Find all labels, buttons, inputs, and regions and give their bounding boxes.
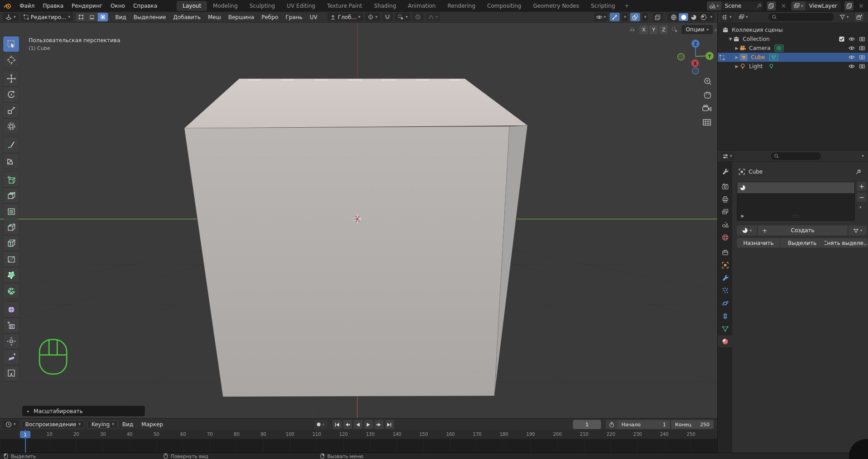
mode-dropdown[interactable]: Редактиро... ▾ xyxy=(20,13,73,21)
prev-keyframe-button[interactable] xyxy=(343,420,352,429)
snap-toggle[interactable] xyxy=(382,13,393,21)
workspace-tab[interactable]: Shading xyxy=(368,1,402,11)
light-data-badge[interactable] xyxy=(767,63,776,70)
slot-specials-dropdown[interactable]: ▾ xyxy=(859,205,862,210)
tool-bevel[interactable] xyxy=(3,220,19,235)
tool-measure[interactable] xyxy=(3,153,19,169)
sidebar-collapse-icon[interactable]: ‹ xyxy=(715,26,717,33)
tool-smooth[interactable] xyxy=(3,302,19,317)
camera-render-icon[interactable] xyxy=(859,54,865,60)
remove-slot-button[interactable]: − xyxy=(857,193,867,202)
tab-object-data[interactable] xyxy=(718,323,732,334)
xray-toggle[interactable] xyxy=(653,13,663,21)
mirror-icon[interactable] xyxy=(627,25,637,34)
properties-search-input[interactable] xyxy=(771,152,821,160)
solid-shading-button[interactable] xyxy=(679,13,688,21)
scene-selector[interactable]: ▾ Scene xyxy=(707,1,763,10)
timeline-editor-type-button[interactable]: ▾ xyxy=(3,420,19,429)
new-viewlayer-button[interactable] xyxy=(844,1,853,10)
blender-logo-icon[interactable] xyxy=(4,2,12,10)
material-slot-list[interactable]: ▶ :::: xyxy=(737,182,855,221)
viewlayer-selector[interactable]: ▾ ViewLayer xyxy=(791,1,841,10)
main-menu-item[interactable]: Окно xyxy=(107,1,129,10)
tool-loop-cut[interactable] xyxy=(3,235,19,251)
material-link-dropdown[interactable]: ▾ xyxy=(848,225,867,235)
expand-caret-icon[interactable]: ▶ xyxy=(734,55,740,60)
snap-overlay-icon[interactable] xyxy=(670,25,680,34)
material-slot-item[interactable] xyxy=(737,182,854,193)
tab-tool[interactable] xyxy=(718,165,732,177)
proportional-falloff-dropdown[interactable]: ▾ xyxy=(425,13,441,21)
pin-icon[interactable] xyxy=(855,169,861,175)
mesh-data-badge[interactable] xyxy=(769,54,778,61)
workspace-tab[interactable]: Sculpting xyxy=(244,1,281,11)
editor-type-button[interactable]: ▾ xyxy=(3,13,19,21)
viewport-menu-item[interactable]: Добавить xyxy=(170,14,204,20)
snap-target-dropdown[interactable]: ▾ xyxy=(395,13,410,21)
tool-scale[interactable] xyxy=(3,103,19,118)
current-frame-field[interactable]: 1 xyxy=(573,420,601,429)
tool-rotate[interactable] xyxy=(3,87,19,102)
axis-neg-z-handle[interactable] xyxy=(692,68,699,74)
camera-render-icon[interactable] xyxy=(859,63,865,70)
tool-select-box[interactable] xyxy=(3,36,19,52)
expand-caret-icon[interactable]: ▶ xyxy=(740,214,745,218)
resize-grip[interactable]: :::: xyxy=(792,214,799,218)
eye-icon[interactable] xyxy=(848,46,855,50)
camera-render-icon[interactable] xyxy=(859,36,865,42)
operator-panel[interactable]: ▸ Масштабировать xyxy=(22,406,145,416)
expand-caret-icon[interactable]: ▶ xyxy=(734,46,740,50)
gizmos-toggle[interactable] xyxy=(610,13,620,21)
outliner-row-collection[interactable]: ▼ Collection xyxy=(718,35,868,44)
face-select-button[interactable] xyxy=(98,13,108,21)
timeline-marker-menu[interactable]: Маркер xyxy=(138,421,168,428)
material-preview-button[interactable] xyxy=(689,13,698,21)
tool-edge-slide[interactable] xyxy=(3,318,19,333)
main-menu-item[interactable]: Правка xyxy=(39,1,68,10)
tool-transform[interactable] xyxy=(3,119,19,134)
eye-icon[interactable] xyxy=(848,64,855,69)
tool-shear[interactable] xyxy=(3,349,19,365)
eye-icon[interactable] xyxy=(848,55,855,60)
pivot-point-dropdown[interactable]: ▾ xyxy=(365,13,380,21)
tool-rip-region[interactable] xyxy=(3,365,19,381)
new-scene-button[interactable] xyxy=(767,1,776,10)
workspace-tab[interactable]: Scripting xyxy=(585,1,621,11)
timeline-ruler[interactable]: 1020304050607080901001101201301401501601… xyxy=(0,430,717,439)
outliner-filter-dropdown[interactable]: ▾ xyxy=(838,13,851,21)
play-button[interactable] xyxy=(364,420,373,429)
tab-modifiers[interactable] xyxy=(718,272,732,284)
outliner-editor-type-button[interactable]: ▾ xyxy=(720,13,734,21)
outliner-row-cube[interactable]: ▶ Cube xyxy=(718,53,868,62)
tool-poly-build[interactable] xyxy=(3,267,19,283)
next-keyframe-button[interactable] xyxy=(375,420,384,429)
main-menu-item[interactable]: Справка xyxy=(129,1,161,10)
main-menu-item[interactable]: Рендеринг xyxy=(68,1,107,10)
keying-menu[interactable]: Keying ▾ xyxy=(87,420,118,429)
frame-start-field[interactable]: Начало 1 xyxy=(617,420,671,429)
3d-viewport[interactable]: Z Y X Пользовательская перспектива (1) C… xyxy=(0,23,717,418)
tab-material[interactable] xyxy=(718,335,732,347)
playhead-frame-badge[interactable]: 1 xyxy=(20,431,30,438)
tool-cursor[interactable] xyxy=(3,52,19,68)
close-icon[interactable] xyxy=(857,1,865,10)
tab-render[interactable] xyxy=(718,180,732,192)
timeline-track-area[interactable] xyxy=(0,439,717,453)
viewport-menu-item[interactable]: UV xyxy=(306,14,321,20)
jump-to-end-button[interactable] xyxy=(385,420,394,429)
proportional-editing-toggle[interactable] xyxy=(412,13,424,21)
breadcrumb-object-name[interactable]: Cube xyxy=(749,169,763,175)
expand-caret-icon[interactable]: ▶ xyxy=(734,64,740,69)
timeline-view-menu[interactable]: Вид xyxy=(118,421,137,428)
tab-world[interactable] xyxy=(718,231,732,243)
add-slot-button[interactable]: + xyxy=(857,182,867,191)
viewlayer-name[interactable]: ViewLayer xyxy=(805,3,841,9)
eye-icon[interactable] xyxy=(848,37,855,41)
tab-particles[interactable] xyxy=(718,284,732,296)
tab-object[interactable] xyxy=(718,259,732,271)
tool-annotate[interactable] xyxy=(3,137,19,153)
tool-shrink-fatten[interactable] xyxy=(3,334,19,349)
tool-knife[interactable] xyxy=(3,251,19,267)
play-reverse-button[interactable] xyxy=(354,420,363,429)
outliner-display-mode-dropdown[interactable]: ▾ xyxy=(737,13,750,21)
